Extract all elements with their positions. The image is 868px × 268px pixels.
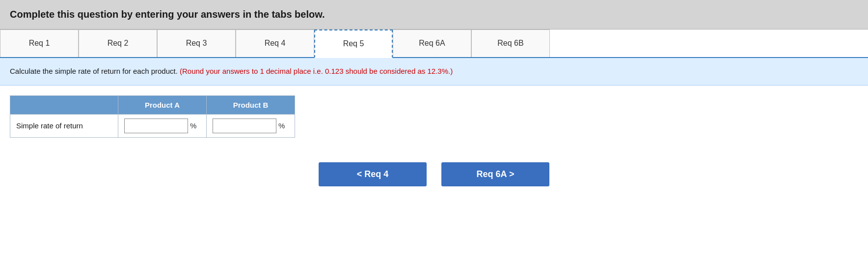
row-label-simple-rate: Simple rate of return	[10, 114, 118, 137]
content-area: Calculate the simple rate of return for …	[0, 58, 868, 86]
prev-button[interactable]: < Req 4	[319, 162, 427, 186]
input-product-b[interactable]	[213, 119, 276, 133]
cell-product-b: %	[207, 114, 295, 137]
buttons-row: < Req 4 Req 6A >	[0, 152, 868, 196]
tab-req1[interactable]: Req 1	[0, 30, 79, 57]
input-product-a[interactable]	[124, 119, 188, 133]
tab-req4[interactable]: Req 4	[236, 30, 314, 57]
col-header-product-b: Product B	[207, 95, 295, 114]
tab-req3[interactable]: Req 3	[157, 30, 236, 57]
header-bar: Complete this question by entering your …	[0, 0, 868, 30]
instruction-paragraph: Calculate the simple rate of return for …	[10, 66, 858, 77]
instruction-text-part2: (Round your answers to 1 decimal place i…	[180, 67, 453, 75]
tab-req6b[interactable]: Req 6B	[471, 30, 550, 57]
col-header-empty	[10, 95, 118, 114]
header-instruction: Complete this question by entering your …	[10, 9, 325, 20]
next-button[interactable]: Req 6A >	[441, 162, 549, 186]
instruction-text-part1: Calculate the simple rate of return for …	[10, 67, 180, 75]
tab-req5[interactable]: Req 5	[314, 30, 393, 58]
data-table: Product A Product B Simple rate of retur…	[10, 95, 295, 138]
table-area: Product A Product B Simple rate of retur…	[0, 86, 868, 148]
cell-product-a: %	[118, 114, 207, 137]
tabs-container: Req 1 Req 2 Req 3 Req 4 Req 5 Req 6A Req…	[0, 30, 868, 58]
tab-req6a[interactable]: Req 6A	[393, 30, 471, 57]
pct-sign-b: %	[278, 121, 285, 130]
table-row: Simple rate of return % %	[10, 114, 295, 137]
tab-req2[interactable]: Req 2	[79, 30, 157, 57]
col-header-product-a: Product A	[118, 95, 207, 114]
pct-sign-a: %	[190, 121, 196, 130]
